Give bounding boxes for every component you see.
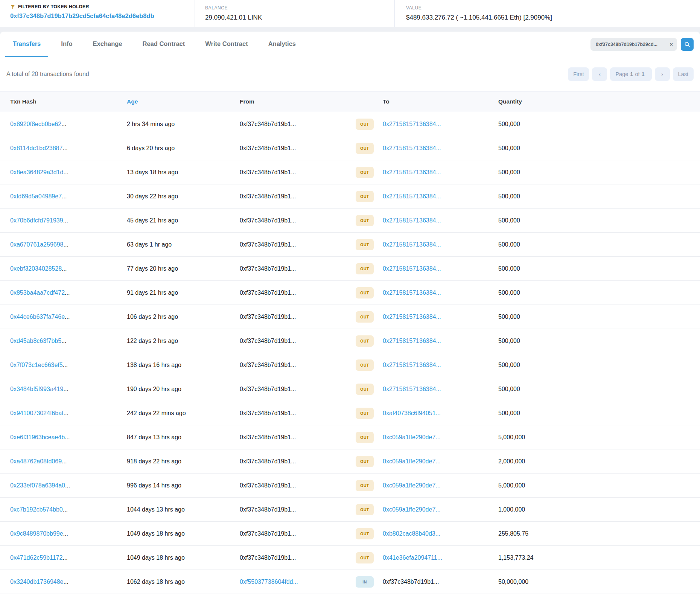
age-cell: 1049 days 18 hrs ago (127, 530, 240, 537)
table-row: 0xa48762a08fd069... 918 days 22 hrs ago … (0, 449, 700, 474)
txn-hash-link[interactable]: 0x8ea364829a3d1d (10, 169, 63, 175)
txn-hash-link[interactable]: 0x8920f8ecb0be62 (10, 121, 61, 127)
hash-ellipsis: ... (63, 506, 68, 513)
to-address-link[interactable]: 0x27158157136384... (383, 145, 498, 152)
txn-hash-link[interactable]: 0x8114dc1bd23887 (10, 145, 62, 151)
to-address-link[interactable]: 0x41e36efa2094711... (383, 554, 498, 561)
from-address: 0xf37c348b7d19b1... (240, 289, 353, 296)
table-row: 0x8114dc1bd23887... 6 days 20 hrs ago 0x… (0, 136, 700, 160)
quantity-cell: 500,000 (498, 338, 694, 344)
tab-analytics[interactable]: Analytics (261, 32, 303, 57)
from-address: 0xf37c348b7d19b1... (240, 530, 353, 537)
age-cell: 918 days 22 hrs ago (127, 458, 240, 465)
to-address-link[interactable]: 0x27158157136384... (383, 289, 498, 296)
age-cell: 2 hrs 34 mins ago (127, 121, 240, 128)
from-address: 0xf37c348b7d19b1... (240, 241, 353, 248)
hash-ellipsis: ... (62, 554, 67, 561)
txn-hash-link[interactable]: 0x70b6dfcfd791939 (10, 217, 63, 224)
txn-hash-link[interactable]: 0xe6f31963bceae4b (10, 434, 65, 440)
quantity-cell: 500,000 (498, 362, 694, 369)
search-input[interactable] (590, 38, 677, 51)
quantity-cell: 500,000 (498, 289, 694, 296)
quantity-cell: 5,000,000 (498, 434, 694, 441)
to-address-link[interactable]: 0x27158157136384... (383, 217, 498, 224)
from-address: 0xf37c348b7d19b1... (240, 482, 353, 489)
to-address-link[interactable]: 0xaf40738c6f94051... (383, 410, 498, 417)
from-address: 0xf37c348b7d19b1... (240, 506, 353, 513)
table-row: 0xd45ab8c63f7bb5... 122 days 2 hrs ago 0… (0, 329, 700, 353)
to-address-link[interactable]: 0x27158157136384... (383, 362, 498, 369)
to-address-link[interactable]: 0x27158157136384... (383, 338, 498, 344)
txn-hash-link[interactable]: 0xfd69d5a04989e7 (10, 193, 62, 199)
quantity-cell: 255,805.75 (498, 530, 694, 537)
to-address-link[interactable]: 0x27158157136384... (383, 314, 498, 320)
txn-hash-link[interactable]: 0x471d62c59b1172 (10, 554, 62, 561)
first-page-button[interactable]: First (568, 67, 589, 81)
tab-read-contract[interactable]: Read Contract (135, 32, 193, 57)
from-address: 0xf37c348b7d19b1... (240, 145, 353, 152)
age-cell: 30 days 22 hrs ago (127, 193, 240, 200)
value-label: VALUE (406, 5, 422, 11)
table-row: 0x9c8489870bb99e... 1049 days 18 hrs ago… (0, 522, 700, 546)
direction-badge: IN (356, 576, 374, 588)
transactions-count-text: A total of 20 transactions found (6, 71, 89, 78)
hash-ellipsis: ... (63, 410, 68, 416)
token-holder-address-link[interactable]: 0xf37c348b7d19b17b29cd5cfa64cfa48e2d6eb8… (10, 12, 195, 20)
to-address-link[interactable]: 0xc059a1ffe290de7... (383, 506, 498, 513)
last-page-button[interactable]: Last (673, 67, 694, 81)
to-address-link[interactable]: 0xc059a1ffe290de7... (383, 434, 498, 441)
txn-hash-link[interactable]: 0xa48762a08fd069 (10, 458, 62, 464)
age-cell: 190 days 20 hrs ago (127, 386, 240, 393)
txn-hash-link[interactable]: 0x3484bf5f993a419 (10, 386, 63, 392)
from-address: 0xf37c348b7d19b1... (240, 434, 353, 441)
to-address-link[interactable]: 0xc059a1ffe290de7... (383, 458, 498, 465)
to-address-link[interactable]: 0x27158157136384... (383, 193, 498, 200)
txn-hash-link[interactable]: 0x9c8489870bb99e (10, 530, 63, 537)
txn-hash-link[interactable]: 0x3240db1736948e (10, 579, 63, 585)
txn-hash-link[interactable]: 0x9410073024f6baf (10, 410, 63, 416)
txn-hash-link[interactable]: 0xa670761a259698 (10, 241, 63, 248)
to-address-link[interactable]: 0x27158157136384... (383, 241, 498, 248)
balance-label: BALANCE (205, 5, 228, 11)
prev-page-button[interactable]: ‹ (592, 67, 607, 81)
header-txn-hash: Txn Hash (10, 98, 127, 105)
to-address-link[interactable]: 0x27158157136384... (383, 169, 498, 176)
direction-badge: OUT (356, 504, 374, 515)
txn-hash-link[interactable]: 0x7f073c1ec663ef5 (10, 362, 63, 368)
next-page-button[interactable]: › (655, 67, 670, 81)
search-button[interactable] (681, 38, 694, 51)
tab-write-contract[interactable]: Write Contract (198, 32, 255, 57)
age-cell: 1049 days 18 hrs ago (127, 554, 240, 561)
txn-hash-link[interactable]: 0x44ce6b637fa746e (10, 314, 65, 320)
tab-transfers[interactable]: Transfers (5, 32, 48, 57)
to-address-link[interactable]: 0xc059a1ffe290de7... (383, 482, 498, 489)
quantity-cell: 500,000 (498, 265, 694, 272)
txn-hash-link[interactable]: 0xc7b192cb574bb0 (10, 506, 63, 513)
age-cell: 13 days 18 hrs ago (127, 169, 240, 176)
to-address-link[interactable]: 0xb802cac88b40d3... (383, 530, 498, 537)
tab-info[interactable]: Info (53, 32, 80, 57)
tab-exchange[interactable]: Exchange (85, 32, 130, 57)
to-address-link[interactable]: 0x27158157136384... (383, 121, 498, 128)
from-address: 0xf37c348b7d19b1... (240, 338, 353, 344)
quantity-cell: 500,000 (498, 193, 694, 200)
hash-ellipsis: ... (63, 386, 68, 392)
age-cell: 138 days 16 hrs ago (127, 362, 240, 369)
hash-ellipsis: ... (63, 362, 68, 368)
header-age-sort-link[interactable]: Age (127, 98, 138, 105)
age-cell: 847 days 13 hrs ago (127, 434, 240, 441)
from-address-link[interactable]: 0xf55037738604fdd... (240, 579, 353, 585)
current-page-number: 1 (630, 71, 633, 77)
txn-hash-link[interactable]: 0xd45ab8c63f7bb5 (10, 338, 61, 344)
txn-hash-link[interactable]: 0x233ef078a6394a0 (10, 482, 65, 489)
hash-ellipsis: ... (62, 193, 67, 199)
to-address-link[interactable]: 0x27158157136384... (383, 265, 498, 272)
to-address-link[interactable]: 0x27158157136384... (383, 386, 498, 393)
clear-search-icon[interactable]: × (670, 41, 673, 48)
age-cell: 6 days 20 hrs ago (127, 145, 240, 152)
quantity-cell: 5,000,000 (498, 482, 694, 489)
age-cell: 45 days 21 hrs ago (127, 217, 240, 224)
direction-badge: OUT (356, 335, 374, 347)
txn-hash-link[interactable]: 0x853ba4aa7cdf472 (10, 289, 65, 296)
txn-hash-link[interactable]: 0xebf32034028528 (10, 265, 62, 272)
